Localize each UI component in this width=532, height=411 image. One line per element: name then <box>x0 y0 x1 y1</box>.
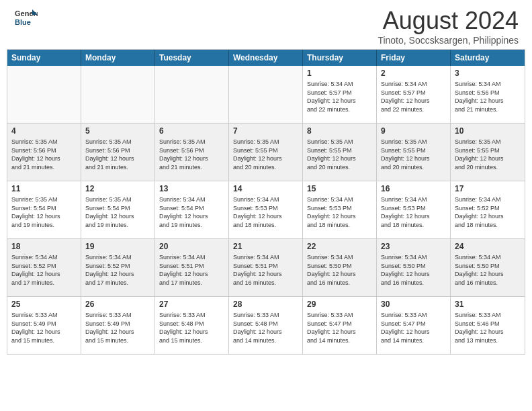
calendar-cell: 10Sunrise: 5:35 AM Sunset: 5:55 PM Dayli… <box>451 124 525 181</box>
calendar-cell <box>81 66 155 123</box>
day-info: Sunrise: 5:35 AM Sunset: 5:55 PM Dayligh… <box>381 138 446 171</box>
day-number: 25 <box>11 300 77 309</box>
day-info: Sunrise: 5:34 AM Sunset: 5:51 PM Dayligh… <box>159 253 224 287</box>
calendar-cell: 2Sunrise: 5:34 AM Sunset: 5:57 PM Daylig… <box>377 66 451 123</box>
calendar-cell: 27Sunrise: 5:33 AM Sunset: 5:48 PM Dayli… <box>155 297 229 354</box>
day-number: 19 <box>85 242 150 251</box>
day-number: 22 <box>307 242 372 251</box>
calendar-cell: 24Sunrise: 5:34 AM Sunset: 5:50 PM Dayli… <box>451 239 525 296</box>
calendar-header: SundayMondayTuesdayWednesdayThursdayFrid… <box>7 50 525 66</box>
day-info: Sunrise: 5:34 AM Sunset: 5:50 PM Dayligh… <box>455 253 521 287</box>
calendar-cell: 6Sunrise: 5:35 AM Sunset: 5:56 PM Daylig… <box>155 124 229 181</box>
day-info: Sunrise: 5:35 AM Sunset: 5:55 PM Dayligh… <box>307 138 372 171</box>
day-number: 31 <box>455 300 521 309</box>
day-info: Sunrise: 5:33 AM Sunset: 5:49 PM Dayligh… <box>11 311 77 345</box>
calendar-cell: 31Sunrise: 5:33 AM Sunset: 5:46 PM Dayli… <box>451 297 525 354</box>
calendar-cell: 25Sunrise: 5:33 AM Sunset: 5:49 PM Dayli… <box>7 297 81 354</box>
day-info: Sunrise: 5:35 AM Sunset: 5:56 PM Dayligh… <box>159 138 224 171</box>
calendar: SundayMondayTuesdayWednesdayThursdayFrid… <box>7 49 525 355</box>
day-info: Sunrise: 5:34 AM Sunset: 5:57 PM Dayligh… <box>381 80 446 113</box>
calendar-cell: 21Sunrise: 5:34 AM Sunset: 5:51 PM Dayli… <box>229 239 303 296</box>
calendar-body: 1Sunrise: 5:34 AM Sunset: 5:57 PM Daylig… <box>7 66 525 354</box>
day-number: 2 <box>381 68 446 78</box>
day-info: Sunrise: 5:35 AM Sunset: 5:54 PM Dayligh… <box>85 195 150 229</box>
day-number: 7 <box>233 126 298 136</box>
calendar-cell: 9Sunrise: 5:35 AM Sunset: 5:55 PM Daylig… <box>377 124 451 181</box>
day-number: 1 <box>307 68 372 78</box>
calendar-cell: 12Sunrise: 5:35 AM Sunset: 5:54 PM Dayli… <box>81 181 155 238</box>
calendar-cell <box>229 66 303 123</box>
calendar-week-3: 11Sunrise: 5:35 AM Sunset: 5:54 PM Dayli… <box>7 181 525 238</box>
day-info: Sunrise: 5:34 AM Sunset: 5:53 PM Dayligh… <box>233 195 298 229</box>
header-day-wednesday: Wednesday <box>229 50 303 66</box>
calendar-cell: 19Sunrise: 5:34 AM Sunset: 5:52 PM Dayli… <box>81 239 155 296</box>
calendar-cell <box>155 66 229 123</box>
day-info: Sunrise: 5:35 AM Sunset: 5:54 PM Dayligh… <box>11 195 77 229</box>
header-day-friday: Friday <box>377 50 451 66</box>
calendar-cell: 18Sunrise: 5:34 AM Sunset: 5:52 PM Dayli… <box>7 239 81 296</box>
day-info: Sunrise: 5:34 AM Sunset: 5:51 PM Dayligh… <box>233 253 298 287</box>
calendar-cell: 26Sunrise: 5:33 AM Sunset: 5:49 PM Dayli… <box>81 297 155 354</box>
calendar-cell: 28Sunrise: 5:33 AM Sunset: 5:48 PM Dayli… <box>229 297 303 354</box>
calendar-cell <box>7 66 81 123</box>
calendar-week-1: 1Sunrise: 5:34 AM Sunset: 5:57 PM Daylig… <box>7 66 525 123</box>
header-day-thursday: Thursday <box>303 50 377 66</box>
title-block: August 2024 Tinoto, Soccsksargen, Philip… <box>378 7 519 46</box>
day-info: Sunrise: 5:34 AM Sunset: 5:50 PM Dayligh… <box>307 253 372 287</box>
day-info: Sunrise: 5:34 AM Sunset: 5:53 PM Dayligh… <box>381 195 446 229</box>
day-info: Sunrise: 5:33 AM Sunset: 5:48 PM Dayligh… <box>233 311 298 345</box>
calendar-cell: 8Sunrise: 5:35 AM Sunset: 5:55 PM Daylig… <box>303 124 377 181</box>
day-number: 14 <box>233 184 298 193</box>
svg-text:Blue: Blue <box>15 18 31 26</box>
day-info: Sunrise: 5:34 AM Sunset: 5:57 PM Dayligh… <box>307 80 372 113</box>
logo-icon: General Blue <box>13 7 38 31</box>
header-day-monday: Monday <box>81 50 155 66</box>
day-number: 11 <box>11 184 77 193</box>
day-number: 8 <box>307 126 372 136</box>
day-number: 13 <box>159 184 224 193</box>
logo: General Blue <box>13 7 38 31</box>
calendar-cell: 30Sunrise: 5:33 AM Sunset: 5:47 PM Dayli… <box>377 297 451 354</box>
calendar-cell: 7Sunrise: 5:35 AM Sunset: 5:55 PM Daylig… <box>229 124 303 181</box>
day-number: 30 <box>381 300 446 309</box>
header-day-saturday: Saturday <box>451 50 525 66</box>
day-number: 29 <box>307 300 372 309</box>
day-info: Sunrise: 5:33 AM Sunset: 5:47 PM Dayligh… <box>381 311 446 345</box>
day-number: 10 <box>455 126 521 136</box>
day-info: Sunrise: 5:35 AM Sunset: 5:55 PM Dayligh… <box>233 138 298 171</box>
day-number: 27 <box>159 300 224 309</box>
day-info: Sunrise: 5:33 AM Sunset: 5:49 PM Dayligh… <box>85 311 150 345</box>
calendar-week-5: 25Sunrise: 5:33 AM Sunset: 5:49 PM Dayli… <box>7 296 525 354</box>
day-number: 9 <box>381 126 446 136</box>
calendar-cell: 11Sunrise: 5:35 AM Sunset: 5:54 PM Dayli… <box>7 181 81 238</box>
day-number: 17 <box>455 184 521 193</box>
day-number: 18 <box>11 242 77 251</box>
day-info: Sunrise: 5:34 AM Sunset: 5:54 PM Dayligh… <box>159 195 224 229</box>
calendar-cell: 16Sunrise: 5:34 AM Sunset: 5:53 PM Dayli… <box>377 181 451 238</box>
day-number: 4 <box>11 126 77 136</box>
day-info: Sunrise: 5:34 AM Sunset: 5:52 PM Dayligh… <box>455 195 521 229</box>
day-number: 12 <box>85 184 150 193</box>
calendar-cell: 14Sunrise: 5:34 AM Sunset: 5:53 PM Dayli… <box>229 181 303 238</box>
calendar-cell: 23Sunrise: 5:34 AM Sunset: 5:50 PM Dayli… <box>377 239 451 296</box>
calendar-week-2: 4Sunrise: 5:35 AM Sunset: 5:56 PM Daylig… <box>7 123 525 181</box>
calendar-week-4: 18Sunrise: 5:34 AM Sunset: 5:52 PM Dayli… <box>7 238 525 296</box>
day-info: Sunrise: 5:33 AM Sunset: 5:48 PM Dayligh… <box>159 311 224 345</box>
header-day-tuesday: Tuesday <box>155 50 229 66</box>
day-number: 21 <box>233 242 298 251</box>
calendar-cell: 29Sunrise: 5:33 AM Sunset: 5:47 PM Dayli… <box>303 297 377 354</box>
day-info: Sunrise: 5:33 AM Sunset: 5:47 PM Dayligh… <box>307 311 372 345</box>
calendar-cell: 20Sunrise: 5:34 AM Sunset: 5:51 PM Dayli… <box>155 239 229 296</box>
location-subtitle: Tinoto, Soccsksargen, Philippines <box>378 35 519 46</box>
day-number: 20 <box>159 242 224 251</box>
page-header: General Blue August 2024 Tinoto, Soccsks… <box>0 0 532 49</box>
day-number: 28 <box>233 300 298 309</box>
day-number: 6 <box>159 126 224 136</box>
day-info: Sunrise: 5:35 AM Sunset: 5:56 PM Dayligh… <box>11 138 77 171</box>
day-info: Sunrise: 5:34 AM Sunset: 5:53 PM Dayligh… <box>307 195 372 229</box>
day-number: 5 <box>85 126 150 136</box>
day-info: Sunrise: 5:34 AM Sunset: 5:50 PM Dayligh… <box>381 253 446 287</box>
day-number: 3 <box>455 68 521 78</box>
day-info: Sunrise: 5:34 AM Sunset: 5:52 PM Dayligh… <box>11 253 77 287</box>
day-number: 24 <box>455 242 521 251</box>
